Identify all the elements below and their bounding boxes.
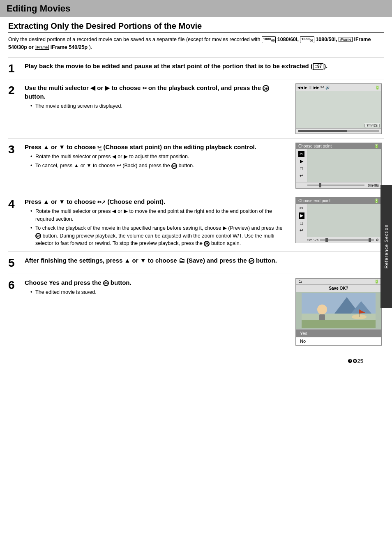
step-5: 5 After finishing the settings, press ▲ …: [8, 252, 384, 274]
back-icon: ↩: [117, 163, 121, 168]
ss-no-option[interactable]: No: [296, 337, 381, 345]
ss-options-6: Yes No: [296, 329, 381, 345]
reference-section-tab: Reference Section: [380, 185, 392, 308]
step-4-number: 4: [8, 197, 25, 247]
cs-icon-back: ↩: [300, 173, 303, 178]
camera-screen-area-2: [ 7m42s ]: [296, 91, 381, 128]
step-3-bullet-1: Rotate the multi selector or press ◀ or …: [30, 153, 289, 161]
progress-fill-2: [298, 130, 347, 132]
page-container: Editing Movies Extracting Only the Desir…: [0, 0, 392, 540]
cs-header-icon-4: 🔋: [374, 198, 379, 203]
scissors-grid-icon: ✂̲: [97, 145, 101, 150]
step-2-bullet: The movie editing screen is displayed.: [30, 102, 289, 110]
step-4-bullet-2: To check the playback of the movie in th…: [30, 224, 289, 247]
cs-icon-back-4: ↩: [300, 228, 303, 233]
step-6-number: 6: [8, 278, 25, 346]
choose-screen-4: Choose end point 🔋 ✂ ▶ □ ↩ 5m52s: [295, 197, 382, 243]
progress-track-2: [298, 130, 379, 132]
intro-iframe2-text: iFrame 540/25p: [51, 44, 88, 50]
step-3: 3 Press ▲ or ▼ to choose ✂̲ (Choose star…: [8, 138, 384, 193]
play-preview-icon: ▶: [223, 225, 227, 231]
step-1-ref: □97: [313, 63, 323, 70]
step-2-time: [ 7m42s ]: [364, 123, 380, 127]
intro-1080-50-text: 1080/50i,: [316, 37, 339, 42]
step-6-image: 🗂 🔋 Save OK?: [293, 278, 384, 346]
playback-icons: ◀◀ ▶ ⏸ ▶▶ ✂ 🔊: [297, 85, 330, 90]
step-3-text-2: (Choose start point) on the editing play…: [103, 143, 256, 150]
cs-header-label-4: Choose end point: [298, 198, 330, 203]
step-2-title: Use the multi selector ◀ or ▶ to choose …: [25, 83, 289, 101]
camera-bottombar-2: [296, 128, 381, 134]
ok-icon-4c: OK: [204, 241, 210, 247]
step-6-title: Choose Yes and press the OK button.: [25, 278, 289, 287]
battery-icon: 🔋: [375, 85, 380, 90]
cs-icon-scissors: ✂: [298, 151, 304, 157]
ss-file-icon: 🗂: [298, 279, 302, 284]
step-5-title: After finishing the settings, press ▲ or…: [25, 256, 380, 265]
icon-scissors: ✂: [321, 85, 324, 90]
step-1-body: Play back the movie to be edited and pau…: [25, 62, 384, 75]
step-6-body: Choose Yes and press the OK button. The …: [25, 278, 293, 346]
svg-rect-9: [302, 320, 376, 328]
cs-marker-end-4: [369, 238, 371, 242]
cs-time-4: 5m52s: [307, 238, 318, 242]
step-1-number: 1: [8, 62, 25, 75]
step-6-yes-text: Yes: [49, 279, 60, 286]
cs-header-4: Choose end point 🔋: [296, 198, 381, 204]
cs-time-3: 8m48s: [368, 183, 379, 187]
scissors-end-icon: ✂↗: [97, 199, 106, 205]
page-title: Editing Movies: [7, 3, 385, 14]
cs-sidebar-4: ✂ ▶ □ ↩: [296, 204, 307, 237]
page-number: 25: [357, 358, 363, 364]
step-4-bullet-1: Rotate the multi selector or press ◀ or …: [30, 208, 289, 223]
step-4-image: Choose end point 🔋 ✂ ▶ □ ↩ 5m52s: [293, 197, 384, 247]
camera-screen-2: ◀◀ ▶ ⏸ ▶▶ ✂ 🔊 🔋 [ 7m42s ]: [295, 83, 382, 134]
step-2-image: ◀◀ ▶ ⏸ ▶▶ ✂ 🔊 🔋 [ 7m42s ]: [293, 83, 384, 134]
step-1-text-2: ).: [324, 62, 327, 69]
icon-play: ▶: [304, 85, 307, 90]
cs-main-3: [307, 149, 381, 182]
icon-volume: 🔊: [325, 85, 330, 90]
ss-header-6: 🗂 🔋: [296, 279, 381, 285]
step-1: 1 Play back the movie to be edited and p…: [8, 57, 384, 79]
cs-icon-play-4: ▶: [299, 212, 304, 219]
step-2-text-2: on the playback control, and press the: [148, 84, 263, 91]
page-footer: ❼❽ 25: [8, 354, 384, 368]
camera-topbar-2: ◀◀ ▶ ⏸ ▶▶ ✂ 🔊 🔋: [296, 84, 381, 91]
scissors-icon-2: ✂: [143, 85, 147, 91]
ss-battery: 🔋: [374, 279, 379, 284]
step-3-bullet-2: To cancel, press ▲ or ▼ to choose ↩ (Bac…: [30, 162, 289, 170]
iframe-icon-1: iFrame: [339, 37, 353, 42]
ss-yes-option[interactable]: Yes: [296, 330, 381, 337]
save-preview-svg: [302, 293, 376, 328]
cs-icon-scissors-4: ✂: [300, 205, 303, 211]
step-4-title: Press ▲ or ▼ to choose ✂↗ (Choose end po…: [25, 197, 289, 206]
step-2-text-1: Use the multi selector ◀ or ▶ to choose: [25, 84, 141, 91]
svg-rect-5: [319, 314, 325, 321]
ok-icon-4b: OK: [35, 233, 41, 239]
save-icon: 🗂: [179, 257, 185, 264]
cs-header-3: Choose start point 🔋: [296, 143, 381, 149]
icon-1080-60: 108060: [262, 36, 276, 43]
save-screen-6: 🗂 🔋 Save OK?: [295, 278, 382, 346]
step-3-body: Press ▲ or ▼ to choose ✂̲ (Choose start …: [25, 143, 293, 189]
step-3-title: Press ▲ or ▼ to choose ✂̲ (Choose start …: [25, 143, 289, 151]
cs-header-icon: 🔋: [374, 144, 379, 148]
step-2-text-3: button.: [25, 93, 46, 100]
cs-main-4: [307, 204, 381, 237]
iframe-icon-2: iFrame: [35, 45, 49, 50]
step-5-number: 5: [8, 256, 25, 270]
page-number-icon: ❼❽: [348, 358, 357, 364]
icon-next: ▶▶: [314, 85, 319, 90]
icon-pause: ⏸: [309, 85, 312, 90]
cs-icon-play: ▶: [300, 159, 303, 164]
step-6-content: 6 Choose Yes and press the OK button. Th…: [8, 278, 293, 346]
cs-progress-3: [307, 185, 364, 186]
intro-paragraph: Only the desired portions of a recorded …: [8, 36, 384, 51]
svg-point-4: [317, 305, 327, 314]
main-content: Extracting Only the Desired Portions of …: [0, 21, 392, 376]
cs-icon-frame-4: □: [300, 221, 303, 226]
intro-end: ).: [89, 44, 92, 50]
step-4-body: Press ▲ or ▼ to choose ✂↗ (Choose end po…: [25, 197, 293, 247]
cs-body-3: ✂ ▶ □ ↩: [296, 149, 381, 182]
